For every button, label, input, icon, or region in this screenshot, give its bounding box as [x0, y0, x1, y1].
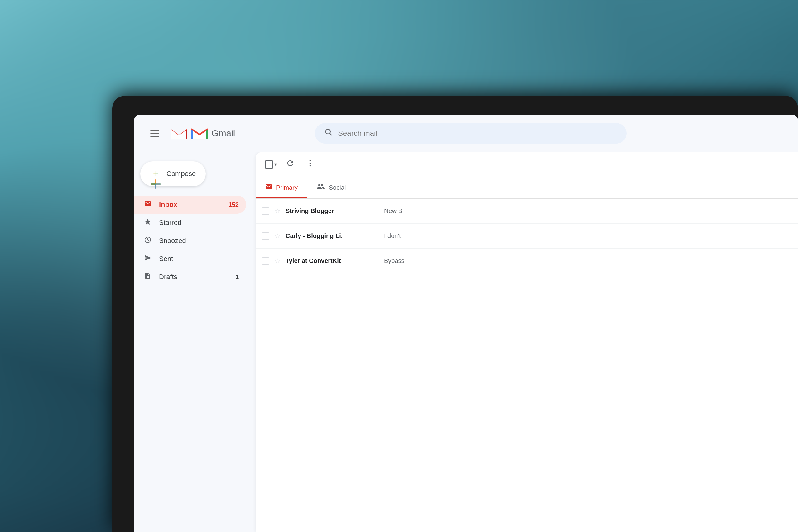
sidebar-item-inbox[interactable]: Inbox 152 — [134, 196, 246, 214]
inbox-icon — [143, 200, 153, 209]
sent-icon — [143, 254, 153, 264]
svg-point-10 — [310, 165, 311, 167]
starred-label: Starred — [159, 218, 181, 227]
email-preview-3: Bypass — [384, 257, 792, 264]
gmail-wordmark: Gmail — [211, 128, 235, 139]
hamburger-menu-button[interactable] — [146, 126, 163, 140]
sidebar-item-snoozed[interactable]: Snoozed — [134, 232, 246, 250]
svg-rect-1 — [171, 130, 171, 139]
more-options-button[interactable] — [303, 156, 317, 172]
gmail-body: Compose Inbox 152 — [134, 152, 798, 532]
gmail-app: Gmail — [134, 115, 798, 532]
email-sender-1: Striving Blogger — [286, 207, 379, 215]
social-tab-icon — [316, 182, 325, 193]
email-preview-2: I don't — [384, 232, 792, 240]
sidebar-item-drafts[interactable]: Drafts 1 — [134, 268, 246, 286]
email-row[interactable]: ☆ Striving Blogger New B — [256, 199, 798, 224]
compose-label: Compose — [166, 170, 196, 178]
email-toolbar: ▾ — [256, 152, 798, 177]
compose-plus-icon — [150, 168, 162, 179]
search-bar[interactable] — [315, 123, 627, 144]
checkbox[interactable] — [265, 160, 273, 169]
header-left: Gmail — [146, 126, 302, 140]
sidebar-item-starred[interactable]: Starred — [134, 214, 246, 232]
drafts-icon — [143, 272, 153, 282]
email-star-1[interactable]: ☆ — [274, 207, 280, 215]
email-sender-2: Carly - Blogging Li. — [286, 232, 379, 240]
gmail-logo-m — [192, 127, 207, 139]
primary-tab-icon — [265, 183, 272, 192]
email-row[interactable]: ☆ Carly - Blogging Li. I don't — [256, 224, 798, 249]
email-tabs: Primary Social — [256, 177, 798, 199]
email-checkbox-3[interactable] — [262, 257, 269, 265]
tab-primary[interactable]: Primary — [256, 177, 307, 198]
search-input[interactable] — [338, 129, 617, 138]
email-preview-1: New B — [384, 207, 792, 215]
tab-social[interactable]: Social — [307, 177, 355, 198]
drafts-label: Drafts — [159, 273, 177, 281]
tab-social-label: Social — [329, 184, 346, 191]
email-list: ☆ Striving Blogger New B ☆ Carly - Blogg… — [256, 199, 798, 532]
sidebar-item-sent[interactable]: Sent — [134, 250, 246, 268]
svg-line-4 — [330, 133, 332, 135]
refresh-button[interactable] — [283, 156, 297, 172]
sidebar: Compose Inbox 152 — [134, 152, 253, 532]
email-row[interactable]: ☆ Tyler at ConvertKit Bypass — [256, 249, 798, 273]
inbox-label: Inbox — [159, 201, 177, 209]
drafts-count: 1 — [235, 273, 239, 281]
snoozed-icon — [143, 236, 153, 245]
gmail-logo: Gmail — [170, 127, 235, 139]
email-star-3[interactable]: ☆ — [274, 257, 280, 265]
svg-rect-2 — [186, 130, 187, 139]
search-icon — [324, 128, 333, 139]
email-sender-3: Tyler at ConvertKit — [286, 257, 379, 264]
svg-point-8 — [310, 160, 311, 162]
laptop-screen: Gmail — [134, 115, 798, 532]
laptop-bezel: Gmail — [112, 96, 798, 532]
gmail-m-icon — [170, 127, 188, 139]
compose-button[interactable]: Compose — [140, 162, 206, 186]
email-checkbox-1[interactable] — [262, 207, 269, 215]
select-dropdown-arrow[interactable]: ▾ — [274, 161, 277, 168]
email-star-2[interactable]: ☆ — [274, 232, 280, 240]
gmail-header: Gmail — [134, 115, 798, 152]
star-icon — [143, 218, 153, 227]
email-main: ▾ — [256, 152, 798, 532]
tab-primary-label: Primary — [276, 184, 298, 191]
svg-line-7 — [151, 180, 156, 184]
email-checkbox-2[interactable] — [262, 232, 269, 240]
sent-label: Sent — [159, 255, 173, 263]
svg-point-9 — [310, 163, 311, 164]
select-all-checkbox[interactable]: ▾ — [265, 160, 277, 169]
inbox-count: 152 — [229, 201, 239, 208]
snoozed-label: Snoozed — [159, 237, 186, 245]
